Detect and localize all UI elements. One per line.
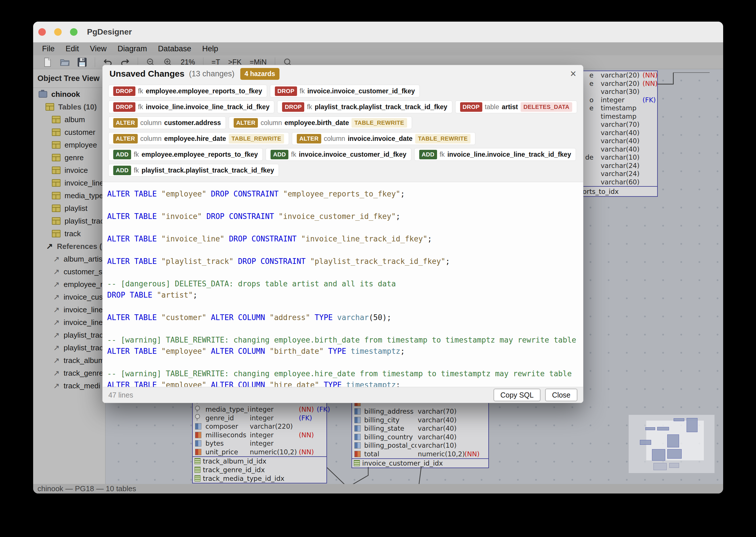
index-row[interactable]: track_genre_id_idx <box>193 466 326 474</box>
change-chip[interactable]: ALTERcolumnemployee.birth_dateTABLE_REWR… <box>229 116 412 129</box>
track-table-card[interactable]: media_type_idinteger(NN)(FK)genre_idinte… <box>192 396 327 483</box>
sql-line <box>107 200 583 211</box>
tree-item-reference-0[interactable]: ↗album_artis <box>33 253 105 265</box>
tree-item-table-track[interactable]: track <box>33 227 105 240</box>
close-window-button[interactable] <box>38 28 46 36</box>
change-chip[interactable]: ADDfkinvoice.invoice_customer_id_fkey <box>266 148 411 161</box>
tree-item-table-employee[interactable]: employee <box>33 139 105 151</box>
tree-item-database[interactable]: chinook <box>33 88 105 101</box>
change-chip[interactable]: ALTERcolumninvoice.invoice_dateTABLE_REW… <box>292 132 475 145</box>
change-chips: DROPfkemployee.employee_reports_to_fkeyD… <box>103 82 583 182</box>
sql-preview: ALTER TABLE "employee" DROP CONSTRAINT "… <box>103 182 583 387</box>
column-row[interactable]: composervarchar(220) <box>193 422 326 431</box>
save-icon[interactable] <box>77 57 87 67</box>
tree-item-table-customer[interactable]: customer <box>33 126 105 139</box>
object-name: artist <box>502 103 518 111</box>
zoom-window-button[interactable] <box>70 28 77 36</box>
close-icon[interactable]: × <box>570 68 576 79</box>
minimap-table <box>667 449 682 459</box>
tree-item-table-invoice_line[interactable]: invoice_line <box>33 177 105 189</box>
tree-item-reference-8[interactable]: ↗track_album <box>33 354 105 367</box>
column-type: varchar(220) <box>250 423 293 430</box>
menu-database[interactable]: Database <box>152 44 197 53</box>
reference-arrow-icon: ↗ <box>46 242 53 250</box>
tree-item-table-playlist[interactable]: playlist <box>33 202 105 215</box>
open-folder-icon[interactable] <box>60 57 70 67</box>
column-row[interactable]: totalnumeric(10,2)(NN) <box>352 450 488 458</box>
minimap-table <box>652 449 665 461</box>
column-type: varchar(24) <box>601 162 640 169</box>
column-icon <box>195 423 201 430</box>
change-chip[interactable]: ADDfkinvoice_line.invoice_line_track_id_… <box>414 148 576 161</box>
tree-item-reference-10[interactable]: ↗track_medi <box>33 379 105 392</box>
column-row[interactable]: media_type_idinteger(NN)(FK) <box>193 405 326 414</box>
index-name: invoice_customer_id_idx <box>362 460 443 467</box>
object-name: invoice_line.invoice_line_track_id_fkey <box>447 151 571 158</box>
tree-item-reference-6[interactable]: ↗playlist_trac <box>33 329 105 341</box>
tree-item-reference-1[interactable]: ↗customer_s <box>33 265 105 278</box>
change-chip[interactable]: ADDfkemployee.employee_reports_to_fkey <box>108 148 263 161</box>
menu-file[interactable]: File <box>37 44 60 53</box>
change-chip[interactable]: ALTERcolumnemployee.hire_dateTABLE_REWRI… <box>108 132 289 145</box>
minimap[interactable] <box>629 415 715 473</box>
tree-group-references[interactable]: ↗References ( <box>33 240 105 253</box>
tree-item-reference-5[interactable]: ↗invoice_line <box>33 316 105 329</box>
column-row[interactable]: billing_postal_codevarchar(10) <box>352 441 488 450</box>
column-row[interactable]: millisecondsinteger(NN) <box>193 431 326 439</box>
change-chip[interactable]: DROPfkplaylist_track.playlist_track_trac… <box>277 101 452 113</box>
column-type: varchar(40) <box>601 129 640 137</box>
nn-flag: (NN) <box>299 431 314 439</box>
tree-item-reference-7[interactable]: ↗playlist_trac <box>33 341 105 354</box>
tree-item-table-album[interactable]: album <box>33 113 105 126</box>
menu-diagram[interactable]: Diagram <box>112 44 152 53</box>
column-row[interactable]: genre_idinteger(FK) <box>193 414 326 422</box>
tree-item-table-playlist_track[interactable]: playlist_track <box>33 215 105 227</box>
index-row[interactable]: track_album_id_idx <box>193 457 326 466</box>
new-file-icon[interactable] <box>42 57 53 67</box>
column-type: timestamp <box>601 113 636 120</box>
menu-view[interactable]: View <box>84 44 112 53</box>
tree-item-reference-2[interactable]: ↗employee_r <box>33 278 105 291</box>
index-icon <box>194 458 200 464</box>
column-row[interactable]: billing_cityvarchar(40) <box>352 416 488 424</box>
index-row[interactable]: track_media_type_id_idx <box>193 474 326 483</box>
index-name: track_genre_id_idx <box>203 466 265 474</box>
column-row[interactable]: billing_addressvarchar(70) <box>352 407 488 416</box>
change-chip[interactable]: ADDfkplaylist_track.playlist_track_track… <box>108 164 279 177</box>
table-icon <box>52 154 61 161</box>
tree-item-table-genre[interactable]: genre <box>33 151 105 164</box>
nn-flag: (NN) <box>299 448 314 456</box>
change-chip[interactable]: DROPtableartistDELETES_DATA <box>455 101 577 113</box>
change-chip[interactable]: DROPfkemployee.employee_reports_to_fkey <box>108 85 267 97</box>
table-icon <box>52 141 61 149</box>
tree-item-table-media_type[interactable]: media_type <box>33 189 105 202</box>
close-button[interactable]: Close <box>545 389 577 401</box>
object-kind: fk <box>134 167 139 174</box>
change-chip[interactable]: ALTERcolumncustomer.address <box>108 116 226 129</box>
reference-arrow-icon: ↗ <box>53 382 60 390</box>
op-badge: ADD <box>419 150 437 159</box>
tree-item-reference-4[interactable]: ↗invoice_line <box>33 303 105 316</box>
column-row[interactable]: unit_pricenumeric(10,2)(NN) <box>193 448 326 456</box>
minimize-window-button[interactable] <box>54 28 62 36</box>
change-chip[interactable]: DROPfkinvoice.invoice_customer_id_fkey <box>270 85 420 97</box>
sql-line <box>107 222 583 233</box>
tree-item-reference-3[interactable]: ↗invoice_cus <box>33 291 105 303</box>
tree-item-reference-9[interactable]: ↗track_genre <box>33 367 105 379</box>
change-chip[interactable]: DROPfkinvoice_line.invoice_line_track_id… <box>108 101 274 113</box>
column-flags: (NN) <box>464 450 482 458</box>
column-row[interactable]: billing_countryvarchar(40) <box>352 433 488 441</box>
column-row[interactable]: bytesinteger <box>193 439 326 448</box>
menu-help[interactable]: Help <box>197 44 224 53</box>
tree-group-tables[interactable]: Tables (10) <box>33 101 105 113</box>
menu-edit[interactable]: Edit <box>60 44 85 53</box>
fk-flag: (FK) <box>643 96 656 104</box>
index-row[interactable]: invoice_customer_id_idx <box>352 459 488 468</box>
copy-sql-button[interactable]: Copy SQL <box>493 389 540 401</box>
column-name: genre_id <box>205 414 249 422</box>
tree-item-table-invoice[interactable]: invoice <box>33 164 105 177</box>
column-row[interactable]: billing_statevarchar(40) <box>352 424 488 433</box>
invoice-table-card[interactable]: billing_addressvarchar(70)billing_cityva… <box>352 398 489 468</box>
op-badge: ADD <box>113 166 131 175</box>
sql-line: ALTER TABLE "invoice" DROP CONSTRAINT "i… <box>107 211 583 222</box>
